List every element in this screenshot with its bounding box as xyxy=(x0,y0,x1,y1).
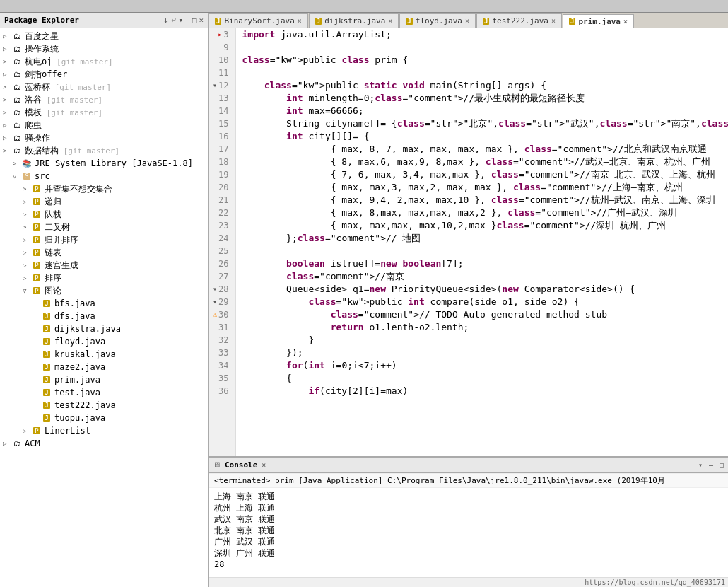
tab-close-test222[interactable]: × xyxy=(551,17,556,25)
line-num-33: 33 xyxy=(213,347,231,359)
tree-item-dijkstra[interactable]: Jdijkstra.java xyxy=(0,322,208,335)
tree-item-jre[interactable]: >📚JRE System Library [JavaSE-1.8] xyxy=(0,157,208,170)
code-line-33: }); xyxy=(242,347,728,359)
tab-floyd[interactable]: Jfloyd.java× xyxy=(399,13,476,28)
code-line-31: return o1.lenth-o2.lenth; xyxy=(242,321,728,334)
tree-item-bfs[interactable]: Jbfs.java xyxy=(0,297,208,310)
tree-label-linerlist: LinerList xyxy=(45,426,90,436)
console-line-4: 广州 武汉 联通 xyxy=(214,536,722,547)
tree-item-baiduxing[interactable]: ▷🗂百度之星 xyxy=(0,30,208,42)
tree-label-dijkstra: dijkstra.java xyxy=(54,324,121,334)
package-explorer-header: Package Explorer ↓ ⤶ ▾ — □ × xyxy=(0,13,208,28)
tree-item-lianbiao[interactable]: ▷P链表 xyxy=(0,246,208,259)
line-num-11: 11 xyxy=(213,66,231,79)
tab-close-floyd[interactable]: × xyxy=(465,17,469,25)
code-content[interactable]: import java.util.ArrayList;class="kw">pu… xyxy=(236,28,728,456)
tree-item-test[interactable]: Jtest.java xyxy=(0,386,208,399)
line-num-23: 23 xyxy=(213,219,231,232)
tree-item-floyd[interactable]: Jfloyd.java xyxy=(0,335,208,348)
tab-prim[interactable]: Jprim.java× xyxy=(563,14,634,28)
tree-arrow-muban: > xyxy=(3,109,11,116)
code-line-34: for(int i=0;i<7;i++) xyxy=(242,359,728,372)
tree-item-erchashu[interactable]: >P二叉树 xyxy=(0,221,208,233)
line-num-34: 34 xyxy=(213,359,231,372)
tree-item-shuju[interactable]: >🗂数据结构 [git master] xyxy=(0,144,208,157)
tree-item-kruskal[interactable]: Jkruskal.java xyxy=(0,348,208,361)
collapse-all-button[interactable]: ↓ xyxy=(163,16,168,25)
code-line-17: { max, 8, 7, max, max, max, max }, class… xyxy=(242,143,728,156)
console-close[interactable]: × xyxy=(262,461,266,469)
tree-item-jianzhi[interactable]: ▷🗂剑指offer xyxy=(0,68,208,81)
code-container[interactable]: ▸3 9 10 11 ▾12 13 14 15 16 17 18 19 20 2… xyxy=(209,28,728,456)
tree-item-acm[interactable]: ▷🗂ACM xyxy=(0,437,208,450)
line-num-30: ⚠30 xyxy=(213,308,231,321)
console-line-5: 深圳 广州 联通 xyxy=(214,547,722,559)
tree-item-paixu[interactable]: ▷P排序 xyxy=(0,272,208,284)
tree-label-jianzhi: 剑指offer xyxy=(25,69,67,81)
tree-item-guibing[interactable]: ▷P归并排序 xyxy=(0,233,208,246)
tree-item-test222[interactable]: Jtest222.java xyxy=(0,399,208,412)
tree-icon-lianbiao: P xyxy=(31,248,42,257)
tree-item-bingcha[interactable]: >P并查集不想交集合 xyxy=(0,182,208,195)
tree-arrow-migong: ▷ xyxy=(23,262,31,269)
right-panel: JBinarySort.java×Jdijkstra.java×Jfloyd.j… xyxy=(209,13,728,587)
editor-area[interactable]: ▸3 9 10 11 ▾12 13 14 15 16 17 18 19 20 2… xyxy=(209,28,728,456)
line-num-17: 17 xyxy=(213,143,231,156)
line-num-32: 32 xyxy=(213,334,231,347)
tree-item-migong[interactable]: ▷P迷宫生成 xyxy=(0,259,208,272)
tree-icon-jianzhi: 🗂 xyxy=(11,69,23,79)
close-panel-button[interactable]: × xyxy=(199,16,204,25)
maximize-button[interactable]: □ xyxy=(192,16,197,25)
tree-item-luogu[interactable]: >🗂洛谷 [git master] xyxy=(0,93,208,106)
tree-arrow-shuju: > xyxy=(3,147,11,154)
tree-item-duizhan[interactable]: ▷P队栈 xyxy=(0,208,208,221)
code-line-24: };class="comment">// 地图 xyxy=(242,232,728,245)
tab-close-dijkstra[interactable]: × xyxy=(388,17,392,25)
tree-arrow-pachong: ▷ xyxy=(3,122,11,129)
code-line-23: { max, max,max, max,10,2,max }class="com… xyxy=(242,219,728,232)
tree-item-prim[interactable]: Jprim.java xyxy=(0,373,208,386)
tree-icon-bingcha: P xyxy=(31,184,42,194)
tree-label-tuopu: tuopu.java xyxy=(54,413,105,423)
tab-icon-test222: J xyxy=(483,18,489,25)
tree-item-caozuoxitong[interactable]: ▷🗂操作系统 xyxy=(0,42,208,55)
tree-item-caocaozuozuo[interactable]: ▷🗂骚操作 xyxy=(0,132,208,144)
tree-container[interactable]: ▷🗂百度之星▷🗂操作系统>🗂杭电oj [git master]▷🗂剑指offer… xyxy=(0,28,208,587)
view-menu-button[interactable]: ▾ xyxy=(179,16,184,25)
tree-item-maze2[interactable]: Jmaze2.java xyxy=(0,361,208,373)
tree-arrow-tulun: ▽ xyxy=(23,287,31,294)
tree-arrow-erchashu: > xyxy=(23,223,31,231)
tree-arrow-acm: ▷ xyxy=(3,440,11,447)
tree-item-pachong[interactable]: ▷🗂爬虫 xyxy=(0,119,208,132)
line-num-24: 24 xyxy=(213,232,231,245)
tree-item-tuopu[interactable]: Jtuopu.java xyxy=(0,412,208,424)
tab-test222[interactable]: Jtest222.java× xyxy=(476,13,562,28)
tree-label-bingcha: 并查集不想交集合 xyxy=(45,183,112,195)
console-line-2: 武汉 南京 联通 xyxy=(214,513,722,525)
tree-item-digui[interactable]: ▷P递归 xyxy=(0,195,208,208)
tab-dijkstra[interactable]: Jdijkstra.java× xyxy=(309,13,399,28)
code-line-15: String cityname[]= {class="str">"北京",cla… xyxy=(242,117,728,130)
code-line-25 xyxy=(242,245,728,257)
console-line-1: 杭州 上海 联通 xyxy=(214,502,722,513)
console-minimize[interactable]: — xyxy=(709,461,713,469)
tree-item-linerlist[interactable]: ▷PLinerList xyxy=(0,424,208,437)
tree-item-dfs[interactable]: Jdfs.java xyxy=(0,310,208,322)
console-menu-button[interactable]: ▾ xyxy=(698,461,703,469)
tab-close-prim[interactable]: × xyxy=(623,18,628,25)
link-editor-button[interactable]: ⤶ xyxy=(170,16,177,25)
left-panel: Package Explorer ↓ ⤶ ▾ — □ × ▷🗂百度之星▷🗂操作系… xyxy=(0,13,209,587)
tree-item-tulun[interactable]: ▽P图论 xyxy=(0,284,208,297)
tree-item-muban[interactable]: >🗂模板 [git master] xyxy=(0,106,208,119)
console-maximize[interactable]: □ xyxy=(720,461,724,469)
tree-item-lanqiao[interactable]: >🗂蓝桥杯 [git master] xyxy=(0,81,208,93)
tree-item-hangdianoj[interactable]: >🗂杭电oj [git master] xyxy=(0,55,208,68)
tab-BinarySort[interactable]: JBinarySort.java× xyxy=(209,13,308,28)
minimize-button[interactable]: — xyxy=(185,16,190,25)
tab-close-BinarySort[interactable]: × xyxy=(298,17,302,25)
line-num-26: 26 xyxy=(213,257,231,270)
tab-label-BinarySort: BinarySort.java xyxy=(224,16,294,25)
tree-item-src[interactable]: ▽Ssrc xyxy=(0,170,208,182)
code-line-22: { max, 8,max, max,max, max,2 }, class="c… xyxy=(242,207,728,219)
main-container: Package Explorer ↓ ⤶ ▾ — □ × ▷🗂百度之星▷🗂操作系… xyxy=(0,13,728,587)
